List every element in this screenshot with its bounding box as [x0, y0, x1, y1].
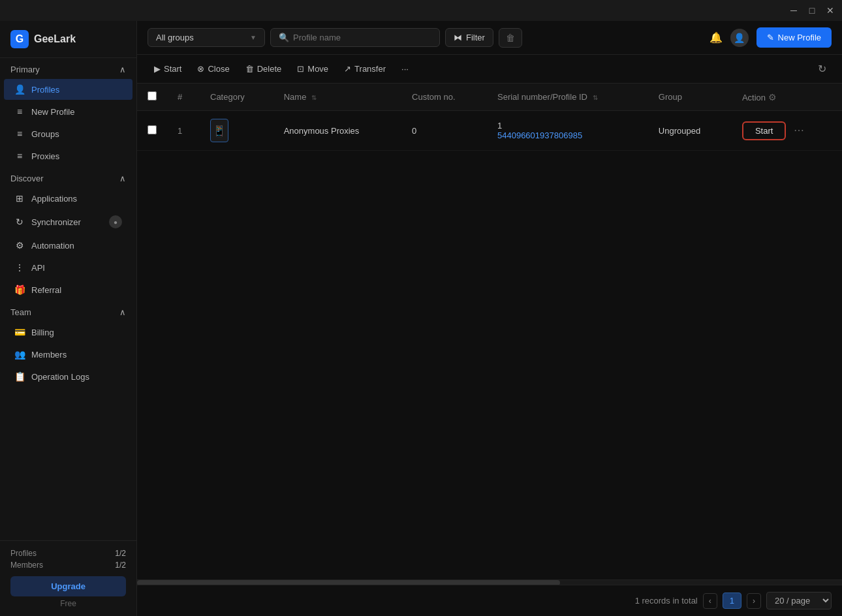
transfer-label: Transfer	[354, 64, 386, 74]
sidebar-item-label: API	[31, 263, 45, 273]
category-col-header: Category	[200, 84, 273, 111]
sidebar-item-members[interactable]: 👥 Members	[4, 344, 133, 365]
more-label: ···	[401, 64, 409, 74]
pagination: 1 records in total ‹ 1 › 20 / page 50 / …	[137, 585, 842, 616]
close-icon: ⊗	[197, 64, 204, 74]
search-box: 🔍	[270, 28, 440, 47]
user-avatar[interactable]: 👤	[730, 29, 749, 47]
delete-action-button[interactable]: 🗑 Delete	[239, 61, 288, 77]
synchronizer-icon: ↻	[14, 217, 25, 227]
action-toolbar: ▶ Start ⊗ Close 🗑 Delete ⊡ Move ↗ Transf…	[137, 55, 842, 84]
filter-button[interactable]: ⧓ Filter	[445, 28, 493, 47]
name-sort-icon: ⇅	[311, 94, 317, 101]
current-page: 1	[723, 593, 741, 609]
row-group: Ungrouped	[648, 111, 732, 151]
discover-label: Discover	[10, 174, 44, 183]
group-select[interactable]: All groups ▼	[148, 28, 265, 47]
sidebar-item-label: Automation	[31, 241, 74, 251]
group-select-chevron: ▼	[250, 34, 257, 41]
sidebar-item-billing[interactable]: 💳 Billing	[4, 322, 133, 343]
filter-icon: ⧓	[454, 33, 462, 42]
table-header-row: # Category Name ⇅ Custom no. Serial numb…	[137, 84, 842, 111]
profiles-stat-row: Profiles 1/2	[10, 549, 126, 558]
delete-icon: 🗑	[245, 64, 254, 74]
sidebar-item-label: New Profile	[31, 107, 74, 117]
members-stat-value: 1/2	[115, 561, 126, 570]
transfer-action-button[interactable]: ↗ Transfer	[337, 61, 392, 77]
start-action-button[interactable]: ▶ Start	[148, 61, 188, 77]
serial-col-header[interactable]: Serial number/Profile ID ⇅	[487, 84, 648, 111]
discover-section-header[interactable]: Discover ∧	[0, 167, 136, 187]
sidebar-item-operation-logs[interactable]: 📋 Operation Logs	[4, 366, 133, 387]
sidebar-item-label: Groups	[31, 129, 59, 139]
row-action: Start ⋯	[732, 111, 842, 151]
notification-icon[interactable]: 🔔	[709, 31, 723, 44]
sidebar-item-applications[interactable]: ⊞ Applications	[4, 188, 133, 209]
row-checkbox[interactable]	[148, 125, 157, 134]
sidebar-item-new-profile[interactable]: ≡ New Profile	[4, 101, 133, 122]
table-row: 1 📱 Anonymous Proxies 0 1 54409660193780…	[137, 111, 842, 151]
select-all-header[interactable]	[137, 84, 167, 111]
groups-icon: ≡	[14, 129, 25, 139]
search-input[interactable]	[293, 33, 431, 42]
sidebar-item-groups[interactable]: ≡ Groups	[4, 123, 133, 144]
titlebar: ─ □ ✕	[0, 0, 842, 21]
main-content: All groups ▼ 🔍 ⧓ Filter 🗑 🔔 👤 ✎ New Prof…	[137, 21, 842, 616]
row-name: Anonymous Proxies	[273, 111, 401, 151]
sidebar-item-referral[interactable]: 🎁 Referral	[4, 279, 133, 300]
name-col-header[interactable]: Name ⇅	[273, 84, 401, 111]
members-stat-label: Members	[10, 561, 43, 570]
move-icon: ⊡	[297, 64, 304, 74]
sidebar-item-api[interactable]: ⋮ API	[4, 257, 133, 278]
move-label: Move	[307, 64, 328, 74]
top-toolbar: All groups ▼ 🔍 ⧓ Filter 🗑 🔔 👤 ✎ New Prof…	[137, 21, 842, 55]
operation-logs-icon: 📋	[14, 371, 25, 382]
start-label: Start	[164, 64, 181, 74]
sidebar-item-automation[interactable]: ⚙ Automation	[4, 235, 133, 256]
row-more-button[interactable]: ⋯	[794, 125, 804, 136]
refresh-button[interactable]: ↻	[813, 60, 832, 78]
upgrade-button[interactable]: Upgrade	[10, 576, 126, 596]
profile-device-icon: 📱	[210, 119, 228, 142]
start-icon: ▶	[154, 64, 161, 74]
num-col-header: #	[167, 84, 200, 111]
sidebar-item-synchronizer[interactable]: ↻ Synchronizer ●	[4, 210, 133, 234]
close-button[interactable]: ✕	[824, 4, 837, 17]
members-icon: 👥	[14, 349, 25, 360]
team-label: Team	[10, 307, 31, 317]
start-profile-button[interactable]: Start	[742, 121, 786, 140]
horizontal-scrollbar[interactable]	[137, 579, 842, 585]
profiles-stat-label: Profiles	[10, 549, 37, 558]
custom-no-col-header: Custom no.	[401, 84, 487, 111]
profiles-icon: 👤	[14, 84, 25, 95]
new-profile-button[interactable]: ✎ New Profile	[756, 27, 832, 48]
logo-text: GeeLark	[34, 33, 76, 45]
sidebar-item-label: Billing	[31, 328, 54, 337]
close-action-button[interactable]: ⊗ Close	[191, 61, 236, 77]
row-custom-no: 0	[401, 111, 487, 151]
new-profile-icon: ≡	[14, 106, 25, 117]
members-stat-row: Members 1/2	[10, 561, 126, 570]
sidebar-item-label: Profiles	[31, 85, 59, 95]
team-section-header[interactable]: Team ∧	[0, 301, 136, 321]
next-page-button[interactable]: ›	[747, 593, 761, 609]
prev-page-button[interactable]: ‹	[703, 593, 717, 609]
close-label: Close	[208, 64, 229, 74]
search-icon: 🔍	[279, 33, 289, 42]
select-all-checkbox[interactable]	[148, 91, 157, 100]
maximize-button[interactable]: □	[805, 4, 819, 17]
page-size-select[interactable]: 20 / page 50 / page 100 / page	[766, 592, 832, 609]
action-gear-icon[interactable]: ⚙	[768, 92, 777, 102]
proxies-icon: ≡	[14, 151, 25, 161]
minimize-button[interactable]: ─	[787, 4, 800, 17]
move-action-button[interactable]: ⊡ Move	[290, 61, 335, 77]
primary-section-header[interactable]: Primary ∧	[0, 58, 136, 78]
row-num: 1	[167, 111, 200, 151]
sidebar-item-profiles[interactable]: 👤 Profiles	[4, 79, 133, 100]
trash-button[interactable]: 🗑	[499, 28, 522, 48]
more-action-button[interactable]: ···	[395, 61, 415, 77]
sidebar-item-proxies[interactable]: ≡ Proxies	[4, 146, 133, 166]
profile-id-link[interactable]: 544096601937806985	[497, 131, 638, 140]
row-checkbox-cell[interactable]	[137, 111, 167, 151]
primary-chevron: ∧	[119, 65, 126, 74]
